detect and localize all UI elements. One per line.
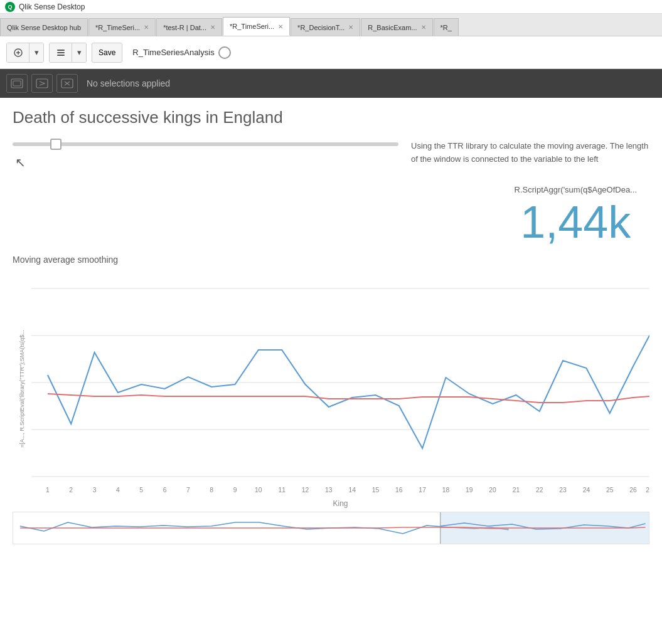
svg-text:16: 16 xyxy=(395,487,403,494)
edit-button-group[interactable]: ▾ xyxy=(6,43,44,63)
edit-icon-btn[interactable] xyxy=(7,43,29,63)
kpi-value: 1,44k xyxy=(515,199,637,245)
svg-text:14: 14 xyxy=(348,487,356,494)
select-forward-btn[interactable] xyxy=(31,74,53,93)
svg-text:5: 5 xyxy=(139,487,143,494)
svg-text:7: 7 xyxy=(186,487,190,494)
toolbar: ▾ ▾ Save R_TimeSeriesAnalysis xyxy=(0,36,662,69)
selection-bar: No selections applied xyxy=(0,69,662,98)
close-icon[interactable]: ✕ xyxy=(348,24,353,31)
tab-test-r[interactable]: *test-R | Dat... ✕ xyxy=(156,18,222,36)
svg-text:4: 4 xyxy=(116,487,120,494)
kpi-box: R.ScriptAggr('sum(q$AgeOfDea... 1,44k xyxy=(515,185,649,245)
slider-track[interactable] xyxy=(13,142,398,146)
chart-svg: 100 75 50 25 0 1 2 3 4 5 6 7 xyxy=(31,270,649,502)
svg-text:15: 15 xyxy=(372,487,380,494)
save-button[interactable]: Save xyxy=(92,43,122,63)
svg-rect-8 xyxy=(36,79,48,88)
svg-rect-4 xyxy=(57,52,65,53)
red-line xyxy=(48,394,649,403)
svg-text:27: 27 xyxy=(646,487,649,494)
tab-r-timeseries2[interactable]: *R_TimeSeri... ✕ xyxy=(223,17,290,36)
app-icon-circle xyxy=(218,46,231,59)
svg-rect-5 xyxy=(57,55,65,56)
y-axis-label: =[A..., R.ScriptEval('library("TTR");SMA… xyxy=(19,330,25,447)
chart-section: Moving average smoothing =[A..., R.Scrip… xyxy=(13,255,649,508)
tab-r-decision[interactable]: *R_DecisionT... ✕ xyxy=(291,18,360,36)
list-icon-btn[interactable] xyxy=(50,43,72,63)
svg-text:13: 13 xyxy=(325,487,333,494)
svg-text:18: 18 xyxy=(442,487,450,494)
svg-text:24: 24 xyxy=(583,487,590,494)
close-icon[interactable]: ✕ xyxy=(421,24,426,31)
main-content: Death of successive kings in England ↖ U… xyxy=(0,98,662,554)
svg-text:19: 19 xyxy=(466,487,473,494)
svg-text:11: 11 xyxy=(278,487,286,494)
tab-r-timeseries1[interactable]: *R_TimeSeri... ✕ xyxy=(88,18,156,36)
kpi-label: R.ScriptAggr('sum(q$AgeOfDea... xyxy=(515,185,637,194)
app-logo: Q xyxy=(5,2,15,12)
select-forward-icon xyxy=(36,78,48,88)
slider-thumb[interactable] xyxy=(50,139,61,150)
tab-r-last[interactable]: *R_ xyxy=(434,18,459,36)
svg-rect-7 xyxy=(13,81,21,86)
chart-title: Moving average smoothing xyxy=(13,255,649,265)
close-icon[interactable]: ✕ xyxy=(144,24,149,31)
view-button-group[interactable]: ▾ xyxy=(49,43,87,63)
chart-plot-area: 100 75 50 25 0 1 2 3 4 5 6 7 xyxy=(31,270,649,508)
svg-text:26: 26 xyxy=(629,487,637,494)
title-bar-text: Qlik Sense Desktop xyxy=(19,3,85,11)
svg-text:17: 17 xyxy=(419,487,426,494)
select-clear-btn[interactable] xyxy=(56,74,78,93)
title-bar: Q Qlik Sense Desktop xyxy=(0,0,662,14)
blue-line xyxy=(48,335,649,448)
svg-text:22: 22 xyxy=(536,487,543,494)
tab-r-basicexam[interactable]: R_BasicExam... ✕ xyxy=(361,18,432,36)
svg-text:9: 9 xyxy=(233,487,237,494)
svg-text:20: 20 xyxy=(489,487,496,494)
select-back-icon xyxy=(11,78,23,88)
select-back-btn[interactable] xyxy=(6,74,28,93)
svg-text:3: 3 xyxy=(93,487,97,494)
svg-text:21: 21 xyxy=(513,487,520,494)
tab-hub[interactable]: Qlik Sense Desktop hub xyxy=(0,18,88,36)
view-dropdown-btn[interactable]: ▾ xyxy=(72,43,86,63)
tab-bar: Qlik Sense Desktop hub *R_TimeSeri... ✕ … xyxy=(0,14,662,36)
svg-text:6: 6 xyxy=(163,487,167,494)
edit-icon xyxy=(13,48,23,58)
select-clear-icon xyxy=(61,78,73,88)
svg-text:2: 2 xyxy=(69,487,73,494)
svg-text:10: 10 xyxy=(255,487,262,494)
close-icon[interactable]: ✕ xyxy=(210,24,215,31)
cursor-arrow-icon: ↖ xyxy=(15,155,398,170)
slider-section: ↖ Using the TTR library to calculate the… xyxy=(13,140,649,170)
edit-dropdown-btn[interactable]: ▾ xyxy=(29,43,43,63)
selection-status: No selections applied xyxy=(87,78,170,88)
app-title: R_TimeSeriesAnalysis xyxy=(132,46,230,59)
svg-text:25: 25 xyxy=(606,487,614,494)
overview-chart[interactable] xyxy=(13,512,649,544)
svg-rect-3 xyxy=(57,50,65,51)
svg-text:1: 1 xyxy=(46,487,50,494)
svg-text:12: 12 xyxy=(302,487,309,494)
list-icon xyxy=(56,48,66,58)
overview-svg xyxy=(13,512,649,544)
overview-red-line xyxy=(20,527,509,529)
description-text: Using the TTR library to calculate the m… xyxy=(411,140,649,166)
close-icon[interactable]: ✕ xyxy=(278,23,283,30)
svg-text:23: 23 xyxy=(559,487,567,494)
sheet-title: Death of successive kings in England xyxy=(13,108,649,127)
svg-text:8: 8 xyxy=(210,487,213,494)
